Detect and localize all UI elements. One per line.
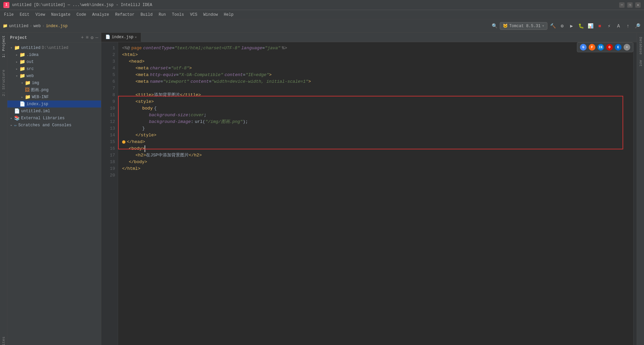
breadcrumb-file[interactable]: index.jsp — [46, 24, 68, 28]
tree-item-idea[interactable]: ▸ 📁 .idea — [7, 51, 101, 58]
code-line-8: <title>添加背景图片</title> — [122, 92, 629, 98]
code-line-17: <h2>在JSP中添加背景图片</h2> — [122, 152, 629, 159]
tab-indexjsp[interactable]: 📄 index.jsp ✕ — [101, 33, 141, 42]
tree-label-extlibs: External Libraries — [21, 116, 65, 121]
search-everywhere-icon[interactable]: 🔍 — [490, 22, 498, 30]
toolbar: 📁 untitled › web › index.jsp 🔍 🐱 Tomcat … — [0, 19, 644, 33]
menu-navigate[interactable]: Navigate — [48, 11, 73, 18]
tab-label: index.jsp — [112, 35, 133, 40]
arrow-src-icon: ▸ — [14, 67, 19, 71]
menu-edit[interactable]: Edit — [17, 11, 32, 18]
menu-file[interactable]: File — [1, 11, 16, 18]
menu-view[interactable]: View — [33, 11, 48, 18]
menu-window[interactable]: Window — [201, 11, 220, 18]
title-bar: I untitled [D:\untitled] — ...\web\index… — [0, 0, 644, 10]
build-icon[interactable]: 🔨 — [549, 22, 557, 30]
tree-item-webinf[interactable]: ▸ 📁 WEB-INF — [7, 93, 101, 100]
close-button[interactable]: ✕ — [635, 2, 641, 8]
search-icon[interactable]: 🔎 — [633, 22, 641, 30]
idea-folder-icon: 📁 — [19, 52, 25, 58]
stop-icon[interactable]: ■ — [596, 22, 604, 30]
menu-build[interactable]: Build — [138, 11, 155, 18]
menu-refactor[interactable]: Refactor — [112, 11, 137, 18]
sidebar-tree: ▾ 📁 untitled D:\untitled ▸ 📁 .idea ▸ 📁 o… — [7, 43, 101, 345]
code-line-4: <meta charset="utf-8" > — [122, 65, 629, 72]
intellij-logo: I — [3, 2, 9, 8]
code-line-9: <style> — [122, 98, 629, 105]
line-num-14: 14 — [104, 132, 115, 139]
gear-icon[interactable]: ⚙ — [91, 35, 93, 41]
close-sidebar-icon[interactable]: — — [96, 35, 98, 41]
tree-label-iml: untitled.iml — [21, 109, 50, 114]
line-num-3: 3 — [104, 58, 115, 65]
debug-icon[interactable]: 🐛 — [577, 22, 585, 30]
opera-icon[interactable]: O — [606, 44, 613, 51]
translate-icon[interactable]: A — [614, 22, 623, 30]
edge-icon[interactable]: E — [615, 44, 622, 51]
tree-item-extlibs[interactable]: ▸ 📚 External Libraries — [7, 115, 101, 122]
breadcrumb-project[interactable]: 📁 — [3, 23, 8, 28]
other-browser-icon[interactable]: + — [624, 44, 630, 51]
sidebar-header: Project + ≡ ⚙ — — [7, 33, 101, 43]
coverage-icon[interactable]: 📊 — [586, 22, 594, 30]
tree-label-src: src — [26, 67, 34, 71]
code-line-11: background-size:cover; — [122, 112, 629, 119]
tree-item-iml[interactable]: 📄 untitled.iml — [7, 108, 101, 115]
menu-vcs[interactable]: VCS — [187, 11, 200, 18]
minimize-button[interactable]: — — [619, 2, 625, 8]
line-num-2: 2 — [104, 52, 115, 58]
tree-item-web[interactable]: ▾ 📁 web — [7, 72, 101, 79]
folder-icon: 📁 — [14, 45, 20, 51]
menu-analyze[interactable]: Analyze — [90, 11, 112, 18]
settings-icon[interactable]: ⚙ — [558, 22, 566, 30]
tree-label-img: img — [32, 81, 39, 85]
collapse-icon[interactable]: ≡ — [86, 35, 89, 41]
run-icon[interactable]: ▶ — [568, 22, 576, 30]
favorites-tab[interactable]: 2: Favorites — [1, 334, 6, 345]
iml-file-icon: 📄 — [14, 108, 20, 114]
ie-icon[interactable]: IE — [597, 44, 604, 51]
tree-label-untitled: untitled — [21, 46, 41, 50]
ant-tab[interactable]: Ant — [638, 57, 643, 69]
tab-close-icon[interactable]: ✕ — [135, 35, 137, 39]
chrome-icon[interactable]: G — [580, 44, 587, 51]
firefox-icon[interactable]: F — [589, 44, 595, 51]
tree-item-img[interactable]: ▾ 📁 img — [7, 79, 101, 86]
arrow-icon: ▾ — [9, 46, 14, 50]
line-num-16: 16 — [104, 145, 115, 152]
profile-icon[interactable]: ⚡ — [605, 22, 613, 30]
breadcrumb-untitled[interactable]: untitled — [9, 24, 29, 28]
tree-item-out[interactable]: ▸ 📁 out — [7, 58, 101, 65]
menu-help[interactable]: Help — [221, 11, 236, 18]
code-line-15: </head> — [122, 139, 629, 145]
line-num-7: 7 — [104, 85, 115, 92]
tab-file-icon: 📄 — [105, 34, 110, 40]
tree-item-image[interactable]: 🖼 图画.png — [7, 86, 101, 93]
editor-tabs: 📄 index.jsp ✕ — [101, 33, 637, 42]
scratches-icon: ✏ — [14, 122, 17, 128]
project-tab[interactable]: 1: Project — [1, 33, 6, 60]
menu-run[interactable]: Run — [156, 11, 169, 18]
tomcat-server-button[interactable]: 🐱 Tomcat 8.5.31 ▾ — [500, 22, 547, 30]
tree-item-untitled[interactable]: ▾ 📁 untitled D:\untitled — [7, 44, 101, 51]
editor-scrollbar[interactable] — [633, 42, 637, 345]
add-icon[interactable]: + — [81, 35, 84, 41]
line-numbers: 1 2 3 4 5 6 7 8 9 10 11 12 13 14 15 16 1… — [101, 42, 118, 345]
tree-item-indexjsp[interactable]: 📄 index.jsp — [7, 100, 101, 108]
arrow-img-icon: ▾ — [19, 81, 25, 85]
menu-code[interactable]: Code — [74, 11, 89, 18]
database-tab[interactable]: Database — [638, 34, 643, 57]
menu-tools[interactable]: Tools — [169, 11, 187, 18]
tree-label-image: 图画.png — [31, 87, 49, 93]
vcs-icon[interactable]: ↑ — [624, 22, 632, 30]
tree-label-out: out — [26, 60, 34, 64]
tree-item-src[interactable]: ▸ 📁 src — [7, 65, 101, 72]
code-area[interactable]: <%@ page contentType="text/html;charset=… — [118, 42, 633, 345]
tree-item-scratches[interactable]: ▸ ✏ Scratches and Consoles — [7, 122, 101, 129]
structure-tab[interactable]: 2: Structure — [1, 67, 6, 99]
code-line-20 — [122, 172, 629, 179]
maximize-button[interactable]: ❐ — [627, 2, 633, 8]
code-line-3: <head> — [122, 58, 629, 65]
breadcrumb-web[interactable]: web — [34, 24, 41, 28]
out-folder-icon: 📁 — [19, 59, 25, 65]
